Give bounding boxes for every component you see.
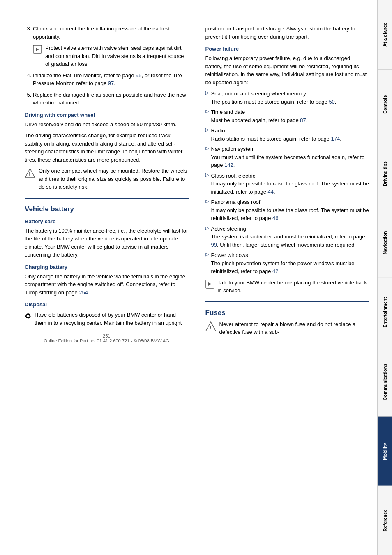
step-3-note-text: Protect valve stems with valve stem seal… <box>45 44 189 68</box>
sidebar-tab-entertainment[interactable]: Entertainment <box>378 278 392 347</box>
step-5-text: Replace the damaged tire as soon as poss… <box>33 92 186 106</box>
link-page-50[interactable]: 50 <box>329 99 334 105</box>
step-4: Initialize the Flat Tire Monitor, refer … <box>33 72 189 88</box>
footer-text: Online Edition for Part no. 01 41 2 600 … <box>44 338 169 343</box>
bullet-title-8: Power windows <box>211 251 369 259</box>
power-failure-intro: Following a temporary power failure, e.g… <box>205 54 369 86</box>
link-page-44[interactable]: 44 <box>268 189 274 195</box>
bullet-arrow-1: ▷ <box>205 90 209 95</box>
charging-battery-title: Charging battery <box>25 264 189 270</box>
link-page-46[interactable]: 46 <box>272 215 278 221</box>
bullet-title-6: Panorama glass roof <box>211 198 369 206</box>
warning-triangle-icon: ! <box>25 168 35 178</box>
sidebar-tab-communications[interactable]: Communications <box>378 347 392 416</box>
bullet-sub-8: The pinch prevention system for the powe… <box>211 259 369 275</box>
right-column: position for transport and storage. Alwa… <box>201 25 369 539</box>
bullet-arrow-2: ▷ <box>205 109 209 114</box>
bullet-content-1: Seat, mirror and steering wheel memory T… <box>211 90 369 106</box>
bullet-sub-3: Radio stations must be stored again, ref… <box>211 135 369 143</box>
main-content: Check and correct the tire inflation pre… <box>0 0 377 555</box>
link-page-174[interactable]: 174 <box>331 136 340 142</box>
bullet-item-seat: ▷ Seat, mirror and steering wheel memory… <box>205 90 369 106</box>
bullet-content-7: Active steering The system is deactivate… <box>211 225 369 249</box>
bullet-sub-4: You must wait until the system becomes f… <box>211 153 369 169</box>
bullet-content-2: Time and date Must be updated again, ref… <box>211 108 369 124</box>
fuses-warning-icon: ! <box>205 321 216 332</box>
bullet-title-2: Time and date <box>211 108 369 116</box>
continued-text: position for transport and storage. Alwa… <box>205 25 369 41</box>
bullet-content-8: Power windows The pinch prevention syste… <box>211 251 369 275</box>
link-page-87[interactable]: 87 <box>300 117 306 123</box>
bullet-arrow-5: ▷ <box>205 172 209 178</box>
bullet-arrow-8: ▷ <box>205 252 209 257</box>
sidebar: At a glance Controls Driving tips Naviga… <box>377 0 392 555</box>
left-column: Check and correct the tire inflation pre… <box>25 25 193 539</box>
step-3-text: Check and correct the tire inflation pre… <box>33 25 170 40</box>
disposal-title: Disposal <box>25 301 189 308</box>
sidebar-tab-at-a-glance[interactable]: At a glance <box>378 0 392 69</box>
bullet-content-6: Panorama glass roof It may only be possi… <box>211 198 369 222</box>
bullet-sub-1: The positions must be stored again, refe… <box>211 98 369 106</box>
note-icon-2 <box>205 280 214 289</box>
recycling-icon: ♻ <box>25 312 31 321</box>
step-3-note-box: Protect valve stems with valve stem seal… <box>33 44 189 68</box>
bullet-item-radio: ▷ Radio Radio stations must be stored ag… <box>205 127 369 143</box>
bullet-item-panorama: ▷ Panorama glass roof It may only be pos… <box>205 198 369 222</box>
bullet-item-nav: ▷ Navigation system You must wait until … <box>205 145 369 169</box>
driving-compact-para1: Drive reservedly and do not exceed a spe… <box>25 120 189 129</box>
compact-warning-text: Only one compact wheel may be mounted. R… <box>39 167 189 191</box>
battery-care-title: Battery care <box>25 218 189 224</box>
power-failure-note-text: Talk to your BMW center before placing t… <box>218 279 369 295</box>
power-failure-items: ▷ Seat, mirror and steering wheel memory… <box>205 90 369 275</box>
driving-compact-wheel-title: Driving with compact wheel <box>25 112 189 118</box>
sidebar-tab-reference[interactable]: Reference <box>378 486 392 555</box>
link-page-254[interactable]: 254 <box>79 289 88 296</box>
page-footer: 251 Online Edition for Part no. 01 41 2 … <box>25 333 189 347</box>
bullet-sub-7: The system is deactivated and must be re… <box>211 233 369 249</box>
svg-text:!: ! <box>210 325 211 331</box>
svg-text:!: ! <box>29 171 30 177</box>
bullet-title-7: Active steering <box>211 225 369 233</box>
link-page-95[interactable]: 95 <box>136 72 141 79</box>
page-number: 251 <box>103 333 110 338</box>
step-5: Replace the damaged tire as soon as poss… <box>33 91 189 107</box>
driving-compact-para2: The driving characteristics change, for … <box>25 132 189 164</box>
compact-warning-box: ! Only one compact wheel may be mounted.… <box>25 167 189 191</box>
link-page-99[interactable]: 99 <box>211 242 217 248</box>
bullet-sub-2: Must be updated again, refer to page 87. <box>211 116 369 125</box>
fuses-title: Fuses <box>205 309 369 317</box>
bullet-item-glass-roof: ▷ Glass roof, electric It may only be po… <box>205 172 369 196</box>
bullet-title-1: Seat, mirror and steering wheel memory <box>211 90 369 98</box>
bullet-title-3: Radio <box>211 127 369 135</box>
bullet-arrow-7: ▷ <box>205 225 209 231</box>
vehicle-battery-divider <box>25 198 189 199</box>
link-page-97[interactable]: 97 <box>108 80 114 86</box>
disposal-note-box: ♻ Have old batteries disposed of by your… <box>25 311 189 327</box>
link-page-142[interactable]: 142 <box>224 162 233 168</box>
sidebar-tab-navigation[interactable]: Navigation <box>378 208 392 278</box>
battery-care-text: The battery is 100% maintenance-free, i.… <box>25 227 189 259</box>
sidebar-tab-mobility[interactable]: Mobility <box>378 416 392 486</box>
power-failure-title: Power failure <box>205 46 369 52</box>
bullet-arrow-4: ▷ <box>205 146 209 151</box>
sidebar-tab-driving-tips[interactable]: Driving tips <box>378 139 392 208</box>
fuses-text: Never attempt to repair a blown fuse and… <box>219 320 369 336</box>
bullet-item-active-steering: ▷ Active steering The system is deactiva… <box>205 225 369 249</box>
svg-marker-1 <box>36 48 39 51</box>
vehicle-battery-title: Vehicle battery <box>25 205 189 213</box>
page-wrapper: Check and correct the tire inflation pre… <box>0 0 392 555</box>
fuses-warning-box: ! Never attempt to repair a blown fuse a… <box>205 320 369 336</box>
bullet-sub-5: It may only be possible to raise the gla… <box>211 180 369 196</box>
bullet-content-4: Navigation system You must wait until th… <box>211 145 369 169</box>
sidebar-tab-controls[interactable]: Controls <box>378 69 392 139</box>
bullet-item-time: ▷ Time and date Must be updated again, r… <box>205 108 369 124</box>
power-failure-note-box: Talk to your BMW center before placing t… <box>205 279 369 295</box>
link-page-42[interactable]: 42 <box>272 268 278 274</box>
bullet-arrow-6: ▷ <box>205 199 209 204</box>
svg-marker-5 <box>208 282 212 286</box>
disposal-text: Have old batteries disposed of by your B… <box>35 311 189 327</box>
step-3: Check and correct the tire inflation pre… <box>33 25 189 68</box>
fuses-divider <box>205 301 369 302</box>
bullet-content-5: Glass roof, electric It may only be poss… <box>211 172 369 196</box>
note-icon <box>33 45 42 54</box>
